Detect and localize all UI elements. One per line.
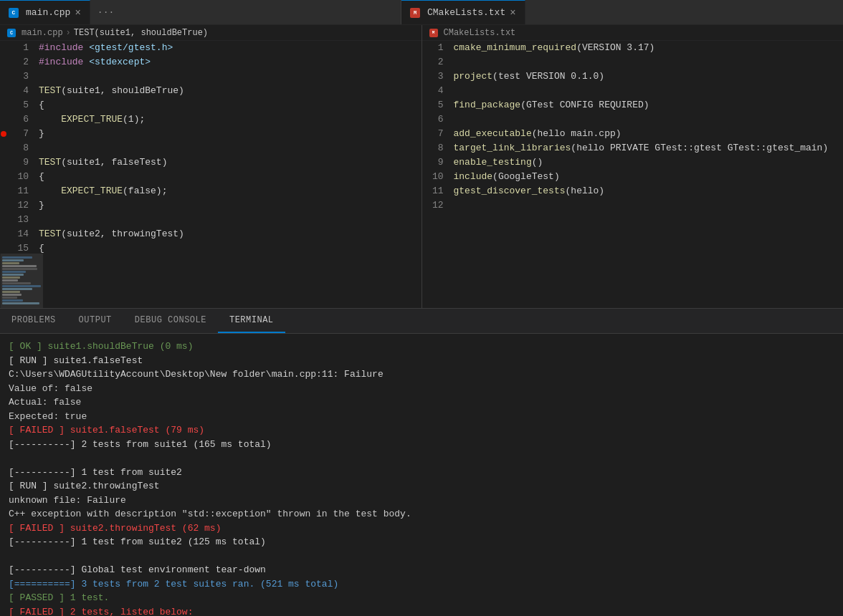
minimap-line-16: [2, 299, 23, 302]
breakpoint-14[interactable]: [0, 227, 7, 241]
right-line-number-5: 5: [422, 98, 451, 112]
right-code-editor[interactable]: 1cmake_minimum_required(VERSION 3.17)2 3…: [422, 41, 844, 308]
terminal-line: C++ exception with description "std::exc…: [9, 507, 834, 521]
breakpoint-6[interactable]: [0, 112, 7, 127]
right-tab-group: M CMakeLists.txt ×: [401, 0, 843, 24]
right-line-number-2: 2: [422, 55, 451, 69]
line-15: 15{: [0, 241, 422, 254]
line-number-14: 14: [7, 227, 36, 241]
terminal-line: [ PASSED ] 1 test.: [9, 591, 834, 605]
right-line-number-10: 10: [422, 170, 451, 184]
breadcrumb-cmake-icon: M: [429, 29, 438, 37]
terminal-line: [9, 451, 834, 466]
right-line-number-6: 6: [422, 112, 451, 127]
line-13: 13: [0, 213, 422, 227]
panel-area: PROBLEMS OUTPUT DEBUG CONSOLE TERMINAL […: [0, 308, 843, 616]
minimap-line-7: [2, 274, 24, 276]
line-12: 12}: [0, 198, 422, 213]
right-editor-pane: M CMakeLists.txt 1cmake_minimum_required…: [422, 25, 844, 308]
line-number-4: 4: [7, 84, 36, 98]
left-code-editor[interactable]: 1#include <gtest/gtest.h>2#include <stde…: [0, 41, 422, 254]
panel-tabs: PROBLEMS OUTPUT DEBUG CONSOLE TERMINAL: [0, 309, 843, 334]
line-content-3: [36, 69, 422, 84]
minimap-line-9: [2, 279, 18, 281]
line-content-5: {: [36, 98, 422, 112]
line-content-13: [36, 213, 422, 227]
minimap-line-10: [2, 282, 31, 284]
left-tab-group: C main.cpp × ···: [0, 0, 401, 24]
right-line-content-9: enable_testing(): [451, 155, 844, 170]
right-line-5: 5find_package(GTest CONFIG REQUIRED): [422, 98, 844, 112]
minimap-line-8: [2, 276, 20, 279]
minimap-line-4: [2, 265, 37, 267]
terminal-line: [ OK ] suite1.shouldBeTrue (0 ms): [9, 340, 834, 354]
line-7: 7}: [0, 127, 422, 141]
right-line-3: 3project(test VERSION 0.1.0): [422, 69, 844, 84]
right-line-number-9: 9: [422, 155, 451, 170]
line-number-15: 15: [7, 241, 36, 254]
close-main-cpp-icon[interactable]: ×: [75, 8, 80, 18]
line-5: 5{: [0, 98, 422, 112]
line-1: 1#include <gtest/gtest.h>: [0, 41, 422, 55]
breakpoint-7[interactable]: [0, 127, 7, 141]
panel-tab-terminal[interactable]: TERMINAL: [218, 309, 285, 333]
minimap-line-5: [2, 268, 37, 270]
breakpoint-12[interactable]: [0, 198, 7, 213]
line-9: 9TEST(suite1, falseTest): [0, 155, 422, 170]
line-number-13: 13: [7, 213, 36, 227]
minimap-line-15: [2, 297, 17, 299]
left-breadcrumb: C main.cpp › TEST(suite1, shouldBeTrue): [0, 25, 422, 41]
breakpoint-5[interactable]: [0, 98, 7, 112]
right-line-content-6: [451, 112, 844, 127]
panel-tab-debug-console[interactable]: DEBUG CONSOLE: [123, 309, 218, 333]
breadcrumb-sep: ›: [66, 28, 71, 38]
line-4: 4TEST(suite1, shouldBeTrue): [0, 84, 422, 98]
terminal-line: [ FAILED ] suite1.falseTest (79 ms): [9, 423, 834, 438]
line-content-15: {: [36, 241, 422, 254]
minimap-line-6: [2, 271, 26, 273]
terminal-line: [9, 549, 834, 564]
close-cmake-icon[interactable]: ×: [510, 8, 515, 18]
editor-area: C main.cpp › TEST(suite1, shouldBeTrue) …: [0, 25, 843, 308]
breakpoint-8[interactable]: [0, 141, 7, 155]
breakpoint-dot-7: [1, 131, 6, 137]
line-6: 6 EXPECT_TRUE(1);: [0, 112, 422, 127]
breakpoint-2[interactable]: [0, 55, 7, 69]
line-11: 11 EXPECT_TRUE(false);: [0, 184, 422, 198]
right-line-content-10: include(GoogleTest): [451, 170, 844, 184]
terminal-line: [----------] 1 test from suite2: [9, 466, 834, 480]
line-number-3: 3: [7, 69, 36, 84]
right-line-content-1: cmake_minimum_required(VERSION 3.17): [451, 41, 844, 55]
minimap-line-12: [2, 288, 32, 290]
left-minimap: [0, 254, 43, 308]
panel-tab-output[interactable]: OUTPUT: [67, 309, 123, 333]
breakpoint-9[interactable]: [0, 155, 7, 170]
minimap-line-14: [2, 294, 22, 296]
tab-cmake[interactable]: M CMakeLists.txt ×: [401, 0, 525, 24]
terminal-content[interactable]: [ OK ] suite1.shouldBeTrue (0 ms)[ RUN ]…: [0, 334, 843, 616]
right-line-6: 6: [422, 112, 844, 127]
minimap-line-11: [2, 285, 41, 287]
right-line-content-12: [451, 198, 844, 213]
terminal-line: [ RUN ] suite1.falseTest: [9, 354, 834, 368]
breakpoint-1[interactable]: [0, 41, 7, 55]
line-number-10: 10: [7, 170, 36, 184]
breakpoint-4[interactable]: [0, 84, 7, 98]
right-breadcrumb: M CMakeLists.txt: [422, 25, 844, 41]
breakpoint-10[interactable]: [0, 170, 7, 184]
panel-tab-problems[interactable]: PROBLEMS: [0, 309, 67, 333]
minimap-line-13: [2, 291, 20, 293]
minimap-line-2: [2, 259, 24, 261]
tab-main-cpp[interactable]: C main.cpp ×: [0, 0, 90, 24]
terminal-line: [----------] 2 tests from suite1 (165 ms…: [9, 438, 834, 452]
cpp-icon: C: [9, 8, 19, 18]
right-line-content-8: target_link_libraries(hello PRIVATE GTes…: [451, 141, 844, 155]
right-line-1: 1cmake_minimum_required(VERSION 3.17): [422, 41, 844, 55]
right-line-number-3: 3: [422, 69, 451, 84]
breakpoint-15[interactable]: [0, 241, 7, 254]
more-tabs-button[interactable]: ···: [90, 0, 121, 24]
line-number-6: 6: [7, 112, 36, 127]
breakpoint-3[interactable]: [0, 69, 7, 84]
breakpoint-13[interactable]: [0, 213, 7, 227]
breakpoint-11[interactable]: [0, 184, 7, 198]
